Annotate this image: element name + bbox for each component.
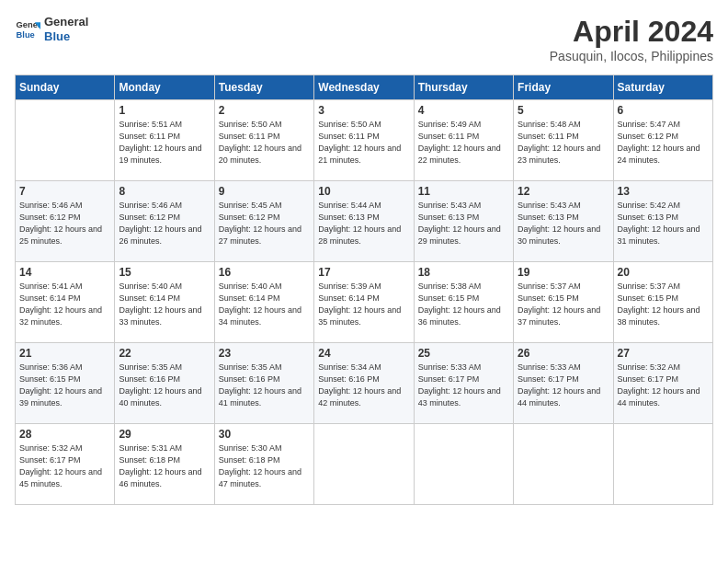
day-cell: 3Sunrise: 5:50 AMSunset: 6:11 PMDaylight… bbox=[314, 100, 414, 181]
day-number: 26 bbox=[518, 347, 609, 360]
col-header-sunday: Sunday bbox=[16, 75, 115, 100]
day-cell: 26Sunrise: 5:33 AMSunset: 6:17 PMDayligh… bbox=[514, 343, 613, 424]
week-row-1: 1Sunrise: 5:51 AMSunset: 6:11 PMDaylight… bbox=[16, 100, 713, 181]
day-info: Sunrise: 5:34 AMSunset: 6:16 PMDaylight:… bbox=[318, 362, 409, 409]
day-info: Sunrise: 5:43 AMSunset: 6:13 PMDaylight:… bbox=[518, 200, 609, 247]
day-info: Sunrise: 5:46 AMSunset: 6:12 PMDaylight:… bbox=[19, 200, 110, 247]
day-cell: 22Sunrise: 5:35 AMSunset: 6:16 PMDayligh… bbox=[115, 343, 214, 424]
day-number: 10 bbox=[318, 185, 409, 198]
calendar-subtitle: Pasuquin, Ilocos, Philippines bbox=[550, 49, 713, 63]
day-info: Sunrise: 5:41 AMSunset: 6:14 PMDaylight:… bbox=[19, 281, 110, 328]
day-number: 7 bbox=[19, 185, 110, 198]
col-header-wednesday: Wednesday bbox=[314, 75, 414, 100]
day-number: 1 bbox=[119, 104, 210, 117]
day-info: Sunrise: 5:39 AMSunset: 6:14 PMDaylight:… bbox=[318, 281, 409, 328]
calendar-title: April 2024 bbox=[550, 15, 713, 49]
calendar-table: SundayMondayTuesdayWednesdayThursdayFrid… bbox=[15, 75, 713, 505]
day-cell: 17Sunrise: 5:39 AMSunset: 6:14 PMDayligh… bbox=[314, 262, 414, 343]
day-number: 25 bbox=[418, 347, 509, 360]
logo: General Blue General Blue bbox=[15, 15, 88, 43]
day-info: Sunrise: 5:33 AMSunset: 6:17 PMDaylight:… bbox=[518, 362, 609, 409]
day-number: 11 bbox=[418, 185, 509, 198]
day-cell: 16Sunrise: 5:40 AMSunset: 6:14 PMDayligh… bbox=[214, 262, 313, 343]
day-number: 4 bbox=[418, 104, 509, 117]
day-info: Sunrise: 5:51 AMSunset: 6:11 PMDaylight:… bbox=[119, 119, 210, 167]
day-cell: 24Sunrise: 5:34 AMSunset: 6:16 PMDayligh… bbox=[314, 343, 414, 424]
col-header-tuesday: Tuesday bbox=[214, 75, 313, 100]
week-row-4: 21Sunrise: 5:36 AMSunset: 6:15 PMDayligh… bbox=[16, 343, 713, 424]
day-number: 15 bbox=[119, 266, 210, 279]
day-info: Sunrise: 5:42 AMSunset: 6:13 PMDaylight:… bbox=[618, 200, 709, 247]
day-number: 20 bbox=[618, 266, 709, 279]
day-cell: 4Sunrise: 5:49 AMSunset: 6:11 PMDaylight… bbox=[414, 100, 513, 181]
col-header-saturday: Saturday bbox=[613, 75, 712, 100]
day-info: Sunrise: 5:38 AMSunset: 6:15 PMDaylight:… bbox=[418, 281, 509, 328]
day-number: 13 bbox=[618, 185, 709, 198]
day-cell: 1Sunrise: 5:51 AMSunset: 6:11 PMDaylight… bbox=[115, 100, 214, 181]
title-area: April 2024 Pasuquin, Ilocos, Philippines bbox=[550, 15, 713, 63]
day-number: 19 bbox=[518, 266, 609, 279]
day-number: 8 bbox=[119, 185, 210, 198]
day-number: 5 bbox=[518, 104, 609, 117]
day-number: 28 bbox=[19, 428, 110, 441]
col-header-monday: Monday bbox=[115, 75, 214, 100]
day-cell: 28Sunrise: 5:32 AMSunset: 6:17 PMDayligh… bbox=[16, 424, 115, 505]
day-number: 16 bbox=[219, 266, 310, 279]
day-info: Sunrise: 5:32 AMSunset: 6:17 PMDaylight:… bbox=[618, 362, 709, 409]
day-info: Sunrise: 5:37 AMSunset: 6:15 PMDaylight:… bbox=[518, 281, 609, 328]
day-info: Sunrise: 5:50 AMSunset: 6:11 PMDaylight:… bbox=[318, 119, 409, 167]
day-info: Sunrise: 5:50 AMSunset: 6:11 PMDaylight:… bbox=[219, 119, 310, 167]
day-cell: 11Sunrise: 5:43 AMSunset: 6:13 PMDayligh… bbox=[414, 181, 513, 262]
day-cell: 20Sunrise: 5:37 AMSunset: 6:15 PMDayligh… bbox=[613, 262, 712, 343]
day-info: Sunrise: 5:30 AMSunset: 6:18 PMDaylight:… bbox=[219, 442, 310, 490]
day-cell: 25Sunrise: 5:33 AMSunset: 6:17 PMDayligh… bbox=[414, 343, 513, 424]
day-number: 23 bbox=[219, 347, 310, 360]
day-cell: 8Sunrise: 5:46 AMSunset: 6:12 PMDaylight… bbox=[115, 181, 214, 262]
day-cell: 29Sunrise: 5:31 AMSunset: 6:18 PMDayligh… bbox=[115, 424, 214, 505]
day-info: Sunrise: 5:45 AMSunset: 6:12 PMDaylight:… bbox=[219, 200, 310, 247]
day-number: 18 bbox=[418, 266, 509, 279]
day-cell: 7Sunrise: 5:46 AMSunset: 6:12 PMDaylight… bbox=[16, 181, 115, 262]
svg-text:Blue: Blue bbox=[17, 30, 35, 40]
day-info: Sunrise: 5:31 AMSunset: 6:18 PMDaylight:… bbox=[119, 442, 210, 490]
day-cell: 9Sunrise: 5:45 AMSunset: 6:12 PMDaylight… bbox=[214, 181, 313, 262]
day-cell: 18Sunrise: 5:38 AMSunset: 6:15 PMDayligh… bbox=[414, 262, 513, 343]
day-number: 6 bbox=[618, 104, 709, 117]
day-info: Sunrise: 5:35 AMSunset: 6:16 PMDaylight:… bbox=[219, 362, 310, 409]
day-cell bbox=[414, 424, 513, 505]
day-number: 30 bbox=[219, 428, 310, 441]
day-number: 24 bbox=[318, 347, 409, 360]
day-number: 12 bbox=[518, 185, 609, 198]
page-header: General Blue General Blue April 2024 Pas… bbox=[15, 15, 713, 63]
logo-blue: Blue bbox=[44, 29, 70, 43]
day-cell: 13Sunrise: 5:42 AMSunset: 6:13 PMDayligh… bbox=[613, 181, 712, 262]
day-info: Sunrise: 5:36 AMSunset: 6:15 PMDaylight:… bbox=[19, 362, 110, 409]
day-cell: 14Sunrise: 5:41 AMSunset: 6:14 PMDayligh… bbox=[16, 262, 115, 343]
day-number: 2 bbox=[219, 104, 310, 117]
day-cell: 2Sunrise: 5:50 AMSunset: 6:11 PMDaylight… bbox=[214, 100, 313, 181]
day-number: 3 bbox=[318, 104, 409, 117]
day-number: 27 bbox=[618, 347, 709, 360]
day-cell: 6Sunrise: 5:47 AMSunset: 6:12 PMDaylight… bbox=[613, 100, 712, 181]
day-number: 21 bbox=[19, 347, 110, 360]
day-number: 17 bbox=[318, 266, 409, 279]
logo-general: General bbox=[44, 15, 88, 29]
week-row-5: 28Sunrise: 5:32 AMSunset: 6:17 PMDayligh… bbox=[16, 424, 713, 505]
day-cell bbox=[514, 424, 613, 505]
day-info: Sunrise: 5:40 AMSunset: 6:14 PMDaylight:… bbox=[119, 281, 210, 328]
logo-icon: General Blue bbox=[15, 17, 40, 42]
day-cell: 15Sunrise: 5:40 AMSunset: 6:14 PMDayligh… bbox=[115, 262, 214, 343]
day-cell: 12Sunrise: 5:43 AMSunset: 6:13 PMDayligh… bbox=[514, 181, 613, 262]
day-cell: 5Sunrise: 5:48 AMSunset: 6:11 PMDaylight… bbox=[514, 100, 613, 181]
col-header-thursday: Thursday bbox=[414, 75, 513, 100]
week-row-3: 14Sunrise: 5:41 AMSunset: 6:14 PMDayligh… bbox=[16, 262, 713, 343]
day-number: 9 bbox=[219, 185, 310, 198]
day-info: Sunrise: 5:43 AMSunset: 6:13 PMDaylight:… bbox=[418, 200, 509, 247]
day-cell bbox=[314, 424, 414, 505]
day-info: Sunrise: 5:47 AMSunset: 6:12 PMDaylight:… bbox=[618, 119, 709, 167]
day-cell: 30Sunrise: 5:30 AMSunset: 6:18 PMDayligh… bbox=[214, 424, 313, 505]
day-info: Sunrise: 5:32 AMSunset: 6:17 PMDaylight:… bbox=[19, 442, 110, 490]
day-number: 29 bbox=[119, 428, 210, 441]
day-info: Sunrise: 5:33 AMSunset: 6:17 PMDaylight:… bbox=[418, 362, 509, 409]
day-info: Sunrise: 5:44 AMSunset: 6:13 PMDaylight:… bbox=[318, 200, 409, 247]
